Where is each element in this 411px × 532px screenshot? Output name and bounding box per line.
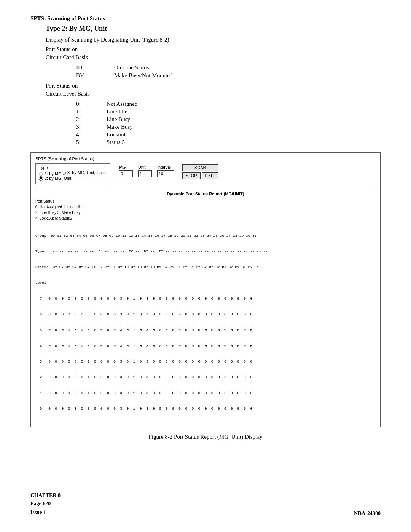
legend-line1: Port Status — [35, 198, 376, 204]
by-label: BY: — [76, 72, 114, 79]
scan-button[interactable]: SCAN — [182, 164, 218, 171]
legend-line4: 4: LockOut 5: Status5 — [35, 216, 376, 221]
status-3-desc: Make Busy — [107, 124, 133, 130]
circuit-level-table: 0: Not Assigned 1: Line Idle 2: Line Bus… — [76, 101, 381, 145]
button-group: SCAN STOP EXIT — [182, 164, 218, 179]
page-content: SPTS: Scanning of Port Status Type 2: By… — [30, 15, 381, 440]
unit-label: Unit — [138, 165, 146, 169]
footer: CHAPTER 8 Page 620 Issue 1 NDA-24300 — [30, 491, 381, 517]
status-2-desc: Line Busy — [107, 116, 130, 123]
description-text: Display of Scanning by Designating Unit … — [46, 37, 143, 43]
status-2-label: 2: — [76, 116, 107, 123]
table-row-1: 1 0 0 0 0 0 0 1 0 0 0 0 3 0 1 0 3 0 0 0 … — [35, 391, 376, 396]
table-row-2: 2 0 0 0 0 0 0 1 0 0 0 0 3 0 1 0 3 0 0 0 … — [35, 375, 376, 380]
unit-field-group: Unit — [138, 165, 152, 177]
circuit-card-line2: Circuit Card Basis — [46, 53, 381, 61]
id-desc: On-Line Status — [114, 64, 149, 71]
description-line: Display of Scanning by Designating Unit … — [46, 37, 381, 43]
table-row: 0: Not Assigned — [76, 101, 381, 107]
table-row-0: 0 0 0 0 0 0 0 3 0 0 0 0 3 0 1 0 3 0 0 0 … — [35, 406, 376, 412]
table-row-3: 3 0 0 0 0 0 0 1 0 0 0 0 3 0 1 0 3 0 0 0 … — [35, 359, 376, 364]
id-label: ID: — [76, 64, 114, 71]
legend-line2: 0: Not Assigned 1: Line Idle — [35, 204, 376, 210]
unit-input[interactable] — [138, 170, 152, 177]
stop-button[interactable]: STOP — [182, 172, 201, 179]
status-0-label: 0: — [76, 101, 107, 107]
radio-1-circle — [39, 172, 43, 176]
diagram-title: SPTS (Scanning of Port Status) — [35, 157, 376, 161]
footer-right: NDA-24300 — [354, 511, 381, 517]
doc-id-label: NDA-24300 — [354, 511, 381, 517]
table-row: 2: Line Busy — [76, 116, 381, 123]
radio-2-circle — [39, 176, 43, 181]
status-3-label: 3: — [76, 124, 107, 130]
table-header-type: Type -- -- -- -- -- -- DL -- -- -- TK --… — [35, 249, 376, 254]
radio-2-label: 2: by MG, Unit — [45, 176, 71, 181]
circuit-card-line1: Port Status on — [46, 45, 381, 53]
table-row-6: 6 0 0 0 0 0 0 3 0 0 0 0 3 0 1 0 3 0 0 0 … — [35, 312, 376, 317]
mg-unit-interval: MG Unit Interval — [119, 165, 174, 177]
interval-field-group: Interval — [157, 165, 174, 177]
page-label: Page 620 — [30, 500, 61, 508]
by-desc: Make Busy/Not Mounted — [114, 72, 172, 79]
circuit-level-group: Port Status on Circuit Level Basis — [46, 82, 381, 98]
radio-3-circle — [62, 171, 66, 175]
chapter-label: CHAPTER 8 — [30, 491, 61, 500]
table-row: BY: Make Busy/Not Mounted — [76, 72, 381, 79]
table-row: 3: Make Busy — [76, 124, 381, 130]
diagram-box: SPTS (Scanning of Port Status) Type 1: b… — [30, 152, 381, 427]
figure-caption: Figure 8-2 Port Status Report (MG, Unit)… — [30, 434, 381, 440]
circuit-card-group: Port Status on Circuit Card Basis — [46, 45, 381, 61]
type-group-label: Type — [39, 165, 106, 170]
id-by-table: ID: On-Line Status BY: Make Busy/Not Mou… — [76, 64, 381, 79]
type-heading: Type 2: By MG, Unit — [46, 25, 381, 33]
table-row: 5: Status 5 — [76, 139, 381, 145]
issue-label: Issue 1 — [30, 508, 61, 517]
circuit-level-line2: Circuit Level Basis — [46, 90, 381, 98]
interval-input[interactable] — [157, 170, 174, 177]
status-0-desc: Not Assigned — [107, 101, 137, 107]
mg-input[interactable] — [119, 170, 133, 177]
table-row: ID: On-Line Status — [76, 64, 381, 71]
status-1-desc: Line Idle — [107, 109, 127, 115]
data-table: Group 00 01 02 03 04 05 06 07 08 09 10 1… — [35, 223, 376, 422]
exit-button[interactable]: EXIT — [202, 172, 218, 179]
radio-option-3[interactable]: 3: by MG, Unit, Grou — [62, 170, 106, 175]
table-header-status: Status BY BY BY BY BY BY ID BY BY BY BY … — [35, 265, 376, 270]
mg-label: MG — [119, 165, 126, 169]
description-text-after: ) — [167, 37, 169, 43]
circuit-level-line1: Port Status on — [46, 82, 381, 90]
footer-left: CHAPTER 8 Page 620 Issue 1 — [30, 491, 61, 517]
legend-line3: 2: Line Busy 3: Make Busy — [35, 210, 376, 216]
controls-row: Type 1: by MG 3: by MG, Unit, Grou 2: by… — [35, 163, 376, 187]
status-1-label: 1: — [76, 109, 107, 115]
legend-block: Port Status 0: Not Assigned 1: Line Idle… — [35, 198, 376, 221]
report-section: Dynamic Port Status Report (MG/UNIT) Por… — [35, 189, 376, 422]
radio-option-2[interactable]: 2: by MG, Unit — [39, 176, 106, 181]
status-5-desc: Status 5 — [107, 139, 125, 145]
table-row-4: 4 0 0 0 0 0 0 3 0 0 0 0 3 0 1 0 3 0 0 0 … — [35, 343, 376, 349]
figure-link[interactable]: Figure 8-2 — [143, 37, 167, 43]
table-row: 1: Line Idle — [76, 109, 381, 115]
table-header-group: Group 00 01 02 03 04 05 06 07 08 09 10 1… — [35, 233, 376, 239]
status-4-label: 4: — [76, 131, 107, 138]
status-4-desc: Lockout — [107, 131, 126, 138]
table-row: 4: Lockout — [76, 131, 381, 138]
status-5-label: 5: — [76, 139, 107, 145]
radio-3-label: 3: by MG, Unit, Grou — [67, 170, 106, 175]
table-header-level: Level — [35, 280, 376, 286]
radio-1-label: 1: by MG — [45, 171, 62, 176]
section-title: SPTS: Scanning of Port Status — [30, 15, 381, 22]
interval-label: Interval — [157, 165, 171, 169]
table-row-5: 5 0 0 0 0 0 0 3 0 0 0 0 3 0 1 0 3 0 0 0 … — [35, 328, 376, 333]
table-row-7: 7 0 0 0 0 0 0 3 0 0 0 0 3 0 1 0 3 0 0 0 … — [35, 296, 376, 302]
type-group-box: Type 1: by MG 3: by MG, Unit, Grou 2: by… — [35, 163, 110, 184]
mg-field-group: MG — [119, 165, 133, 177]
report-title: Dynamic Port Status Report (MG/UNIT) — [35, 192, 376, 196]
